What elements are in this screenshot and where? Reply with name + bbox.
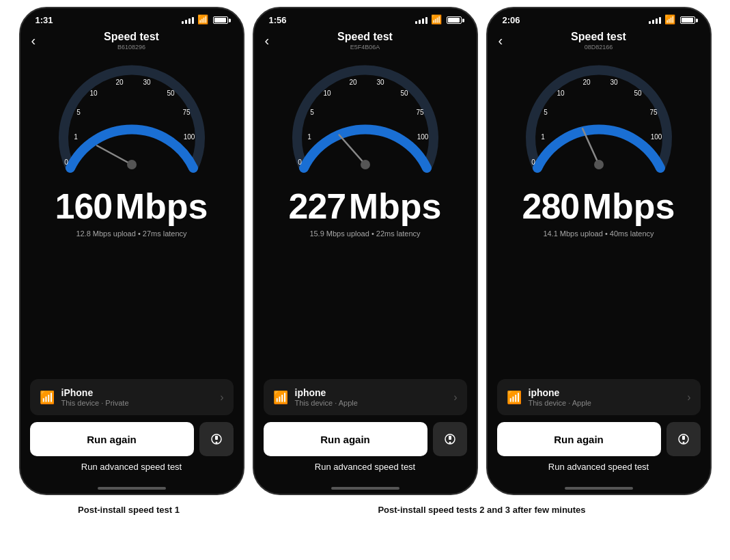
svg-point-10 [127,160,137,169]
device-name-2: iphone [295,387,358,399]
speed-details-2: 15.9 Mbps upload • 22ms latency [254,229,477,238]
svg-text:50: 50 [634,89,642,97]
advanced-link-1[interactable]: Run advanced speed test [20,462,243,472]
speedometer-2: 0 1 5 10 20 30 50 75 100 [254,55,477,180]
svg-text:5: 5 [544,109,548,116]
chevron-right-icon-2: › [453,391,457,404]
device-left-2: 📶 iphone This device · Apple [273,387,358,407]
share-button-1[interactable] [199,422,234,456]
back-button-3[interactable]: ‹ [499,33,503,48]
svg-point-38 [594,160,604,169]
run-again-button-1[interactable]: Run again [30,422,194,456]
share-button-2[interactable] [433,422,467,456]
svg-text:0: 0 [298,158,302,166]
battery-icon-2 [447,16,462,24]
device-wifi-icon-1: 📶 [40,390,55,405]
share-icon-2 [443,432,457,446]
svg-rect-12 [215,436,218,440]
svg-text:5: 5 [76,109,81,116]
device-sub-1: This device · Private [61,399,129,407]
gauge-svg-3: 0 1 5 10 20 30 50 75 100 [517,38,681,202]
svg-text:20: 20 [582,79,591,86]
speedometer-3: 0 1 5 10 20 30 50 75 100 [488,55,710,180]
device-card-1[interactable]: 📶 iPhone This device · Private › [30,379,234,415]
time-1: 1:31 [36,15,53,25]
svg-text:100: 100 [183,133,195,141]
svg-point-24 [361,160,370,169]
wifi-icon-2: 📶 [431,14,442,25]
home-indicator-1 [20,480,243,494]
phone-3: 2:06 📶 ‹ Speed test 08D82166 [486,7,712,495]
svg-text:100: 100 [417,133,428,141]
bottom-buttons-3: Run again [488,422,710,456]
speed-details-1: 12.8 Mbps upload • 27ms latency [20,229,243,238]
svg-rect-40 [682,436,685,440]
device-name-3: iphone [529,387,591,399]
device-sub-2: This device · Apple [295,399,358,407]
svg-text:75: 75 [416,109,424,116]
signal-icon-3 [649,17,661,24]
svg-text:30: 30 [376,79,384,86]
svg-text:20: 20 [349,79,357,86]
share-icon-3 [677,432,690,446]
svg-point-41 [682,442,684,444]
device-sub-3: This device · Apple [529,399,591,407]
wifi-icon-3: 📶 [664,14,675,25]
svg-text:10: 10 [323,89,331,97]
status-bar-2: 1:56 📶 [254,8,477,28]
battery-icon-3 [680,16,695,24]
svg-text:75: 75 [182,109,191,116]
advanced-link-2[interactable]: Run advanced speed test [254,462,477,472]
run-again-button-2[interactable]: Run again [264,422,427,456]
signal-icon-2 [415,17,427,24]
phone-1: 1:31 📶 ‹ Speed test B6108296 [19,7,244,495]
bottom-buttons-2: Run again [254,422,477,456]
svg-text:20: 20 [115,79,124,86]
speedometer-1: 0 1 5 10 20 30 50 75 100 [20,55,243,180]
device-left-3: 📶 iphone This device · Apple [507,387,591,407]
svg-text:10: 10 [89,89,98,97]
home-bar-3 [565,487,633,490]
svg-text:5: 5 [310,109,314,116]
device-card-3[interactable]: 📶 iphone This device · Apple › [497,379,701,415]
back-button-2[interactable]: ‹ [265,33,270,48]
device-wifi-icon-3: 📶 [507,390,522,405]
svg-text:1: 1 [74,133,78,141]
status-icons-1: 📶 [182,16,228,25]
bottom-buttons-1: Run again [20,422,243,456]
home-indicator-3 [488,480,710,494]
svg-text:1: 1 [307,133,311,141]
status-icons-3: 📶 [649,16,695,25]
gauge-svg-2: 0 1 5 10 20 30 50 75 100 [283,38,447,202]
svg-text:0: 0 [64,158,68,166]
svg-line-9 [97,138,132,172]
captions-row: Post-install speed test 1 Post-install s… [7,505,723,516]
svg-text:30: 30 [610,79,618,86]
run-again-button-3[interactable]: Run again [497,422,661,456]
svg-text:10: 10 [557,89,565,97]
svg-text:50: 50 [167,89,175,97]
svg-point-27 [449,442,451,444]
back-button-1[interactable]: ‹ [31,33,36,48]
device-card-2[interactable]: 📶 iphone This device · Apple › [264,379,467,415]
share-button-3[interactable] [666,422,701,456]
battery-icon-1 [213,16,228,24]
svg-line-23 [337,135,367,165]
svg-text:100: 100 [650,133,662,141]
advanced-link-3[interactable]: Run advanced speed test [488,462,710,472]
share-icon-1 [210,432,223,446]
phones-container: 1:31 📶 ‹ Speed test B6108296 [19,7,712,495]
home-indicator-2 [254,480,477,494]
svg-text:75: 75 [649,109,658,116]
gauge-svg-1: 0 1 5 10 20 30 50 75 100 [50,38,214,202]
svg-text:30: 30 [143,79,151,86]
status-bar-1: 1:31 📶 [20,8,243,28]
caption-2: Post-install speed tests 2 and 3 after f… [250,505,714,516]
status-bar-3: 2:06 📶 [488,8,710,28]
device-left-1: 📶 iPhone This device · Private [40,387,129,407]
chevron-right-icon-1: › [220,391,223,404]
home-bar-2 [331,487,399,490]
svg-point-13 [215,442,217,444]
home-bar-1 [98,487,166,490]
caption-1: Post-install speed test 1 [16,505,242,516]
